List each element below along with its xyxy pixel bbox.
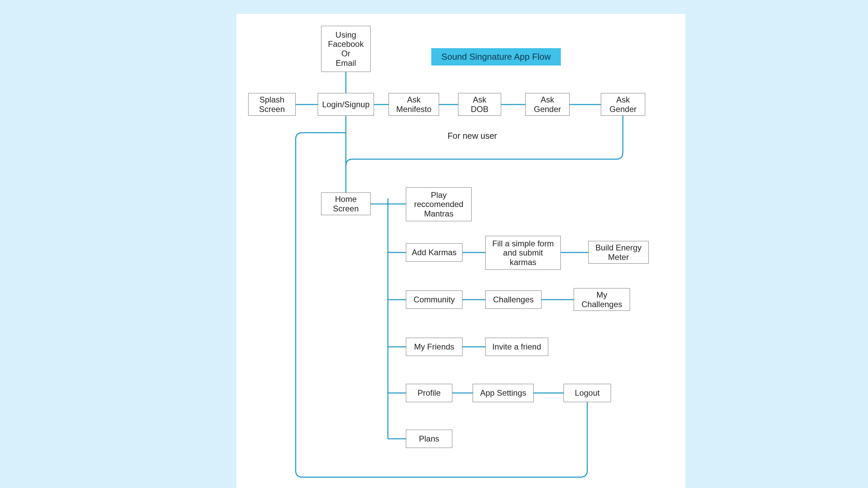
diagram-title: Sound Singnature App Flow	[431, 48, 561, 65]
node-ask-gender-2: Ask Gender	[601, 93, 645, 116]
node-my-friends: My Friends	[406, 338, 462, 356]
node-home-screen: Home Screen	[321, 192, 371, 215]
node-login-signup: Login/Signup	[318, 93, 374, 116]
node-build-energy-meter: Build Energy Meter	[588, 241, 649, 264]
node-plans: Plans	[406, 430, 452, 448]
node-logout: Logout	[564, 384, 611, 402]
node-splash-screen: Splash Screen	[248, 93, 296, 116]
node-ask-gender-1: Ask Gender	[525, 93, 570, 116]
node-add-karmas: Add Karmas	[406, 243, 462, 262]
node-ask-dob: Ask DOB	[458, 93, 501, 116]
label-for-new-user: For new user	[448, 131, 497, 141]
node-profile: Profile	[406, 384, 452, 402]
node-app-settings: App Settings	[473, 384, 534, 402]
node-community: Community	[406, 290, 462, 309]
node-fill-form: Fill a simple form and submit karmas	[485, 236, 561, 270]
node-invite-friend: Invite a friend	[485, 338, 548, 356]
diagram-canvas: Sound Singnature App Flow Using Facebook…	[236, 14, 685, 488]
node-play-mantras: Play reccomended Mantras	[406, 187, 472, 221]
node-ask-menifesto: Ask Menifesto	[389, 93, 439, 116]
node-my-challenges: My Challenges	[574, 288, 630, 311]
node-using-facebook-email: Using Facebook Or Email	[321, 26, 371, 72]
node-challenges: Challenges	[485, 290, 541, 309]
